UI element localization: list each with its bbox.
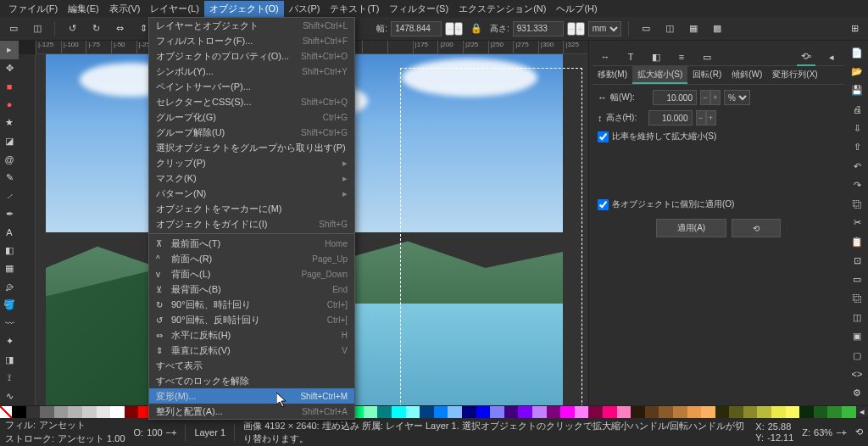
menu-item[interactable]: マスク(K)▸	[149, 170, 354, 186]
menu-item[interactable]: ペイントサーバー(P)...	[149, 79, 354, 94]
cut-icon[interactable]: ✂	[848, 215, 866, 231]
pw-dec[interactable]: −	[700, 90, 710, 105]
open-icon[interactable]: 📂	[848, 63, 866, 80]
color-swatch[interactable]	[827, 406, 842, 418]
xml-icon[interactable]: <>	[848, 365, 866, 382]
color-swatch[interactable]	[448, 406, 462, 418]
tab-matrix[interactable]: 変形行列(X)	[767, 66, 822, 84]
scale-stroke-icon[interactable]: ▭	[636, 19, 656, 39]
apply-button[interactable]: 適用(A)	[656, 219, 726, 237]
connector-tool-icon[interactable]: ⟟	[0, 369, 19, 387]
flip-h-icon[interactable]: ⇔	[109, 19, 130, 39]
color-swatch[interactable]	[420, 406, 434, 418]
color-swatch[interactable]	[110, 406, 125, 418]
calligraphy-tool-icon[interactable]: ✒	[0, 205, 19, 224]
menu-item[interactable]: 選択オブジェクトをグループから取り出す(P)	[149, 140, 354, 155]
color-swatch[interactable]	[504, 406, 519, 418]
eraser-tool-icon[interactable]: ◨	[0, 351, 19, 370]
ph-inc[interactable]: +	[706, 110, 716, 125]
menu-object[interactable]: オブジェクト(O)	[204, 1, 284, 17]
color-swatch[interactable]	[673, 406, 687, 418]
paste-icon[interactable]: 📋	[848, 233, 866, 250]
gradient-tool-icon[interactable]: ◧	[0, 242, 19, 260]
menu-path[interactable]: パス(P)	[284, 1, 326, 17]
tweak-tool-icon[interactable]: 〰	[0, 315, 19, 333]
mesh-tool-icon[interactable]: ▦	[0, 259, 19, 278]
menu-item[interactable]: オブジェクトのプロパティ(O)...Shift+Ctrl+O	[149, 48, 354, 64]
pencil-tool-icon[interactable]: ✎	[0, 169, 19, 187]
zoom-value[interactable]: 63%	[814, 427, 832, 438]
menu-item[interactable]: グループ解除(U)Shift+Ctrl+G	[149, 125, 354, 140]
menu-item[interactable]: ↺90°回転、反時計回りCtrl+[	[149, 312, 354, 327]
menu-item[interactable]: パターン(N)▸	[149, 186, 354, 201]
lpe-tool-icon[interactable]: ∿	[0, 387, 19, 406]
menu-item[interactable]: v背面へ(L)Page_Down	[149, 266, 354, 282]
star-tool-icon[interactable]: ★	[0, 114, 19, 132]
color-swatch[interactable]	[842, 406, 856, 418]
color-swatch[interactable]	[631, 406, 645, 418]
color-swatch[interactable]	[786, 406, 800, 418]
panel-height-input[interactable]	[648, 110, 693, 125]
color-swatch[interactable]	[364, 406, 378, 418]
color-swatch[interactable]	[54, 406, 69, 418]
3dbox-tool-icon[interactable]: ◪	[0, 132, 19, 151]
color-swatch[interactable]	[97, 406, 111, 418]
menu-item[interactable]: ⊻最背面へ(B)End	[149, 282, 354, 297]
color-swatch[interactable]	[518, 406, 532, 418]
menu-filters[interactable]: フィルター(S)	[384, 1, 453, 17]
new-doc-icon[interactable]: 📄	[848, 44, 866, 61]
color-swatch[interactable]	[687, 406, 702, 418]
color-swatch[interactable]	[377, 406, 392, 418]
lock-icon[interactable]: 🔒	[466, 19, 487, 39]
menu-extensions[interactable]: エクステンション(N)	[453, 1, 551, 17]
color-swatch[interactable]	[12, 406, 26, 418]
color-swatch[interactable]	[743, 406, 758, 418]
import-icon[interactable]: ⇩	[848, 120, 866, 137]
node-tool-icon[interactable]: ✥	[0, 59, 19, 78]
stroke-value[interactable]: アンセット 1.00	[58, 432, 125, 445]
rect-tool-icon[interactable]: ■	[0, 77, 19, 96]
menu-item[interactable]: シンボル(Y)...Shift+Ctrl+Y	[149, 64, 354, 79]
prefs-icon[interactable]: ⚙	[848, 385, 866, 402]
group-icon[interactable]: ▣	[848, 328, 866, 345]
tab-move[interactable]: 移動(M)	[593, 66, 632, 84]
color-swatch[interactable]	[476, 406, 491, 418]
menu-text[interactable]: テキスト(T)	[325, 1, 384, 17]
text-panel-icon[interactable]: T	[621, 47, 640, 66]
layer-indicator[interactable]: Layer 1	[194, 427, 225, 438]
color-swatch[interactable]	[617, 406, 632, 418]
layers-icon[interactable]: ▭	[3, 19, 24, 39]
color-swatch[interactable]	[560, 406, 575, 418]
tab-skew[interactable]: 傾斜(W)	[726, 66, 767, 84]
spiral-tool-icon[interactable]: @	[0, 150, 19, 169]
menu-item[interactable]: 変形(M)...Shift+Ctrl+M	[149, 388, 354, 404]
color-swatch[interactable]	[588, 406, 603, 418]
zoom-page-icon[interactable]: ▭	[848, 271, 866, 288]
selection-rectangle[interactable]	[400, 68, 582, 405]
ph-dec[interactable]: −	[696, 110, 706, 125]
color-swatch[interactable]	[82, 406, 97, 418]
bezier-tool-icon[interactable]: ⟋	[0, 187, 19, 205]
menu-layer[interactable]: レイヤー(L)	[145, 1, 203, 17]
export-icon[interactable]: ⇧	[848, 139, 866, 156]
bucket-tool-icon[interactable]: 🪣	[0, 296, 19, 315]
scale-corners-icon[interactable]: ◫	[659, 19, 680, 39]
spray-tool-icon[interactable]: ✦	[0, 332, 19, 351]
undo-icon[interactable]: ↶	[848, 158, 866, 175]
zoom-fit-icon[interactable]: ⊡	[848, 252, 866, 269]
menu-file[interactable]: ファイル(F)	[3, 1, 63, 17]
tab-rotate[interactable]: 回転(R)	[687, 66, 726, 84]
rotate-ccw-icon[interactable]: ↺	[62, 19, 82, 39]
menu-item[interactable]: グループ化(G)Ctrl+G	[149, 109, 354, 125]
height-input[interactable]	[513, 21, 564, 36]
select-same-icon[interactable]: ◫	[27, 19, 47, 39]
menu-item[interactable]: ⊼最前面へ(T)Home	[149, 236, 354, 251]
opacity-value[interactable]: 100	[147, 427, 162, 438]
width-input[interactable]	[391, 21, 442, 36]
color-swatch[interactable]	[814, 406, 828, 418]
fill-panel-icon[interactable]: ◧	[647, 47, 665, 66]
color-swatch[interactable]	[490, 406, 504, 418]
align-panel-icon[interactable]: ≡	[672, 47, 691, 66]
color-swatch[interactable]	[603, 406, 617, 418]
menu-item[interactable]: すべて表示	[149, 358, 354, 373]
